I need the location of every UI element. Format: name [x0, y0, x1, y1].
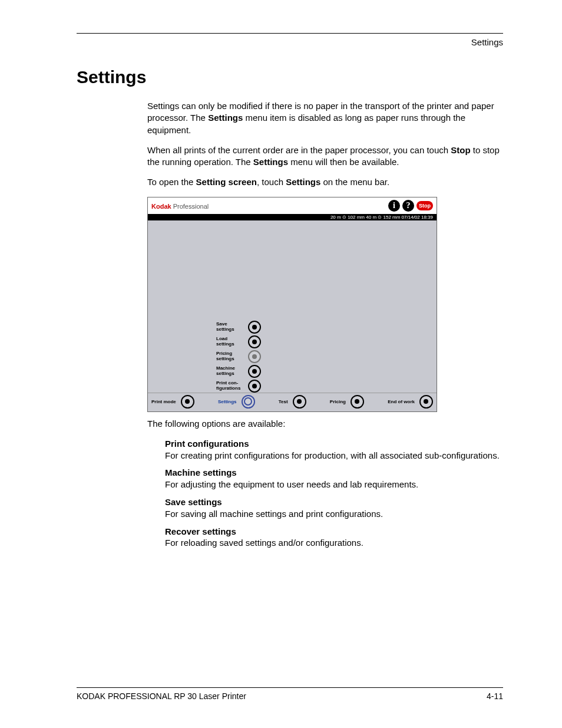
option-heading: Print configurations: [165, 438, 503, 450]
info-icon[interactable]: i: [388, 200, 400, 212]
target-icon: [419, 395, 433, 409]
stop-button[interactable]: Stop: [416, 201, 433, 210]
menu-pricing-settings[interactable]: Pricing settings: [215, 350, 262, 363]
option-recover-settings: Recover settings For reloading saved set…: [165, 526, 503, 549]
tab-label: Settings: [218, 399, 237, 404]
tab-label: End of work: [388, 399, 415, 404]
target-icon: [248, 335, 261, 348]
option-text: For adjusting the equipment to user need…: [165, 479, 418, 489]
tab-label: Print mode: [151, 399, 176, 404]
help-icon[interactable]: ?: [402, 200, 414, 212]
settings-word: Settings: [208, 113, 243, 123]
text: , touch: [257, 177, 286, 187]
option-print-configurations: Print configurations For creating print …: [165, 438, 503, 462]
text: on the menu bar.: [320, 177, 389, 187]
target-icon: [248, 321, 261, 334]
target-icon: [248, 380, 261, 393]
intro-para-1: Settings can only be modified if there i…: [147, 100, 503, 136]
tab-label: Pricing: [330, 399, 346, 404]
option-heading: Recover settings: [165, 526, 503, 538]
target-icon: [242, 395, 255, 409]
menu-label: Machine settings: [216, 366, 235, 376]
target-icon: [248, 365, 261, 378]
brand-professional: Professional: [171, 203, 209, 210]
menu-machine-settings[interactable]: Machine settings: [215, 365, 262, 378]
menu-label: Print con- figurations: [216, 381, 240, 391]
tab-end-of-work[interactable]: End of work: [388, 395, 433, 409]
menu-print-configurations[interactable]: Print con- figurations: [215, 380, 262, 393]
menu-label: Save settings: [216, 322, 234, 332]
text: When all prints of the current order are…: [147, 145, 451, 155]
text: To open the: [147, 177, 196, 187]
target-icon: [181, 395, 194, 409]
page-title: Settings: [77, 67, 503, 87]
tab-pricing[interactable]: Pricing: [330, 395, 364, 409]
option-heading: Machine settings: [165, 467, 503, 479]
target-icon: [351, 395, 364, 409]
intro-para-3: To open the Setting screen, touch Settin…: [147, 176, 503, 188]
stop-word: Stop: [451, 145, 470, 155]
option-text: For reloading saved settings and/or conf…: [165, 538, 363, 548]
option-save-settings: Save settings For saving all machine set…: [165, 496, 503, 520]
target-icon: [248, 350, 261, 363]
status-bar: 20 m ⊙ 102 mm 40 m ⊙ 152 mm 07/14/02 18:…: [148, 214, 437, 220]
device-screenshot: Kodak Professional i ? Stop 20 m ⊙ 102 m…: [147, 197, 437, 412]
settings-word: Settings: [253, 157, 288, 167]
brand-logo: Kodak Professional: [151, 200, 209, 210]
footer-left: KODAK PROFESSIONAL RP 30 Laser Printer: [77, 691, 246, 701]
tab-print-mode[interactable]: Print mode: [151, 395, 194, 409]
tab-settings[interactable]: Settings: [218, 395, 255, 409]
option-machine-settings: Machine settings For adjusting the equip…: [165, 467, 503, 490]
setting-screen-word: Setting screen: [196, 177, 257, 187]
menu-save-settings[interactable]: Save settings: [215, 321, 262, 334]
tab-test[interactable]: Test: [279, 395, 306, 409]
option-heading: Save settings: [165, 496, 503, 508]
option-text: For saving all machine settings and prin…: [165, 509, 383, 519]
menu-label: Pricing settings: [216, 351, 234, 361]
settings-word: Settings: [286, 177, 320, 187]
brand-kodak: Kodak: [151, 203, 171, 210]
target-icon: [293, 395, 306, 409]
running-head: Settings: [77, 37, 503, 47]
menu-load-settings[interactable]: Load settings: [215, 335, 262, 348]
intro-para-2: When all prints of the current order are…: [147, 144, 503, 169]
option-text: For creating print configurations for pr…: [165, 450, 500, 460]
menu-label: Load settings: [216, 337, 234, 347]
footer-page-number: 4-11: [487, 691, 503, 701]
text: menu will then be available.: [288, 157, 399, 167]
tab-label: Test: [279, 399, 288, 404]
options-intro: The following options are available:: [147, 418, 503, 430]
